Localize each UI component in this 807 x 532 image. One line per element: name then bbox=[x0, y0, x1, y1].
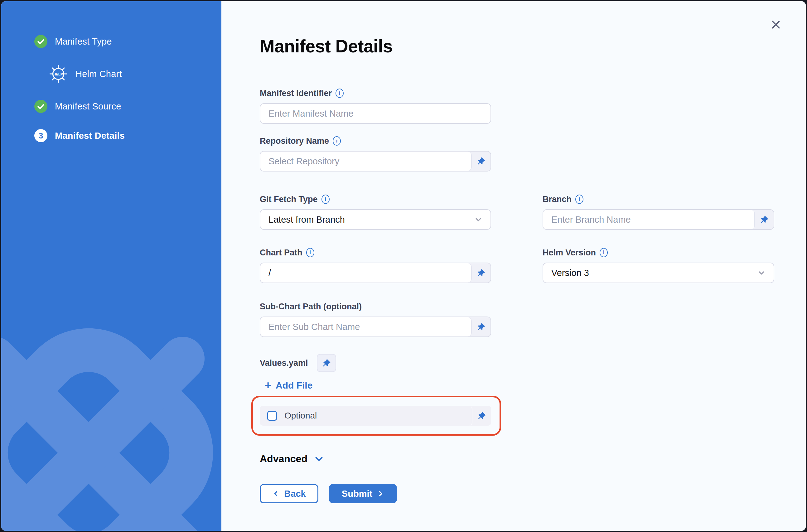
close-icon bbox=[770, 19, 782, 31]
manifest-wizard-modal: Manifest Type bbox=[1, 1, 806, 531]
harness-watermark bbox=[1, 287, 222, 531]
info-icon[interactable]: i bbox=[333, 136, 341, 146]
optional-field-row: Optional bbox=[260, 406, 491, 426]
manifest-identifier-group: Manifest Identifier i bbox=[260, 88, 806, 124]
chevron-right-icon bbox=[377, 490, 384, 497]
helm-version-select[interactable]: Version 3 bbox=[542, 263, 774, 283]
git-fetch-type-group: Git Fetch Type i Latest from Branch bbox=[260, 194, 491, 230]
plus-icon: + bbox=[265, 381, 271, 390]
step-number-badge: 3 bbox=[34, 129, 47, 142]
svg-text:HELM: HELM bbox=[53, 72, 63, 76]
wizard-sidebar: Manifest Type bbox=[1, 1, 222, 531]
back-button-label: Back bbox=[284, 489, 306, 499]
chart-path-label: Chart Path bbox=[260, 247, 303, 258]
helm-version-value: Version 3 bbox=[551, 268, 589, 278]
pin-icon bbox=[477, 411, 487, 421]
git-fetch-type-value: Latest from Branch bbox=[268, 214, 345, 225]
pin-button[interactable] bbox=[317, 354, 336, 372]
wizard-footer: Back Submit bbox=[260, 484, 806, 503]
check-circle-icon bbox=[34, 35, 47, 48]
wizard-step-label: Manifest Source bbox=[55, 101, 121, 112]
pin-button[interactable] bbox=[472, 263, 491, 283]
sub-chart-path-control bbox=[260, 317, 491, 337]
wizard-step-manifest-details[interactable]: 3 Manifest Details bbox=[34, 129, 222, 142]
helm-version-group: Helm Version i Version 3 bbox=[542, 247, 774, 283]
pin-icon bbox=[476, 156, 486, 167]
pin-icon bbox=[476, 322, 486, 332]
repository-name-control bbox=[260, 151, 491, 172]
sub-chart-path-input[interactable] bbox=[261, 317, 472, 337]
screen: Manifest Type bbox=[0, 0, 807, 532]
helm-version-label: Helm Version bbox=[542, 247, 596, 258]
info-icon[interactable]: i bbox=[575, 195, 583, 204]
wizard-step-label: Manifest Details bbox=[55, 131, 125, 141]
git-fetch-type-label: Git Fetch Type bbox=[260, 194, 318, 205]
repository-name-label: Repository Name bbox=[260, 136, 329, 146]
manifest-identifier-label: Manifest Identifier bbox=[260, 88, 332, 98]
manifest-details-panel: Manifest Details Manifest Identifier i R… bbox=[222, 1, 806, 531]
chart-path-group: Chart Path i bbox=[260, 247, 491, 283]
chart-path-control bbox=[260, 263, 491, 283]
info-icon[interactable]: i bbox=[322, 195, 330, 204]
add-file-label: Add File bbox=[276, 380, 312, 391]
advanced-toggle[interactable]: Advanced bbox=[260, 453, 324, 464]
back-button[interactable]: Back bbox=[260, 484, 319, 503]
branch-input[interactable] bbox=[543, 210, 755, 229]
chevron-down-icon bbox=[757, 268, 766, 278]
pin-icon bbox=[476, 268, 486, 278]
branch-group: Branch i bbox=[542, 194, 774, 230]
wizard-step-label: Manifest Type bbox=[55, 37, 112, 47]
close-button[interactable] bbox=[768, 17, 783, 33]
branch-label: Branch bbox=[542, 194, 572, 205]
wizard-steps: Manifest Type bbox=[1, 1, 222, 142]
check-circle-icon bbox=[34, 100, 47, 113]
sub-chart-path-group: Sub-Chart Path (optional) bbox=[260, 301, 806, 337]
values-yaml-group: Values.yaml bbox=[260, 354, 806, 372]
pin-button[interactable] bbox=[472, 317, 491, 337]
helm-icon: HELM bbox=[49, 64, 68, 83]
submit-button[interactable]: Submit bbox=[329, 484, 397, 503]
git-fetch-type-select[interactable]: Latest from Branch bbox=[260, 209, 491, 230]
info-icon[interactable]: i bbox=[600, 248, 608, 257]
pin-icon bbox=[759, 214, 770, 225]
sub-chart-path-label: Sub-Chart Path (optional) bbox=[260, 301, 362, 312]
annotation-highlight: Optional bbox=[251, 396, 501, 436]
add-file-button[interactable]: + Add File bbox=[265, 380, 312, 391]
manifest-identifier-input[interactable] bbox=[260, 103, 491, 124]
submit-button-label: Submit bbox=[342, 489, 372, 499]
wizard-substep-helm-chart[interactable]: HELM Helm Chart bbox=[49, 64, 222, 83]
optional-checkbox-label: Optional bbox=[284, 411, 317, 421]
pin-button[interactable] bbox=[755, 210, 774, 229]
chart-path-input[interactable] bbox=[261, 263, 472, 283]
pin-button[interactable] bbox=[472, 152, 491, 171]
wizard-step-manifest-source[interactable]: Manifest Source bbox=[34, 100, 222, 113]
info-icon[interactable]: i bbox=[306, 248, 314, 257]
advanced-label: Advanced bbox=[260, 453, 307, 464]
repository-name-group: Repository Name i bbox=[260, 136, 806, 172]
branch-control bbox=[542, 209, 774, 230]
wizard-step-manifest-type[interactable]: Manifest Type bbox=[34, 35, 222, 48]
optional-checkbox[interactable] bbox=[267, 411, 277, 421]
info-icon[interactable]: i bbox=[335, 89, 344, 98]
chevron-left-icon bbox=[272, 490, 280, 497]
page-title: Manifest Details bbox=[260, 36, 806, 56]
pin-button[interactable] bbox=[473, 406, 491, 426]
wizard-substep-label: Helm Chart bbox=[75, 69, 122, 79]
repository-name-input[interactable] bbox=[261, 152, 472, 171]
chevron-down-icon bbox=[474, 215, 483, 224]
pin-icon bbox=[321, 358, 332, 368]
values-yaml-label: Values.yaml bbox=[260, 358, 308, 368]
chevron-down-icon bbox=[314, 454, 324, 464]
